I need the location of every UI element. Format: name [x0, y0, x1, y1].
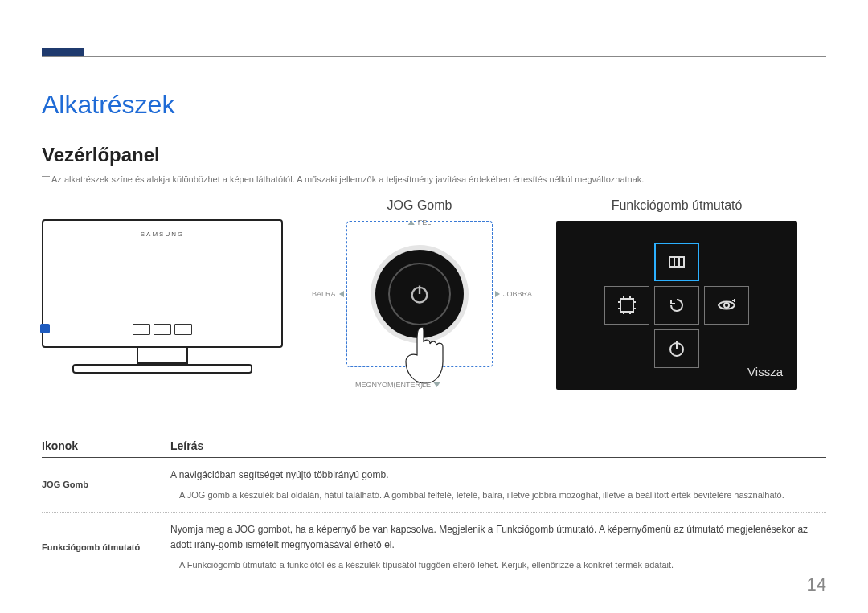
monitor-base	[72, 364, 252, 374]
row-name: Funkciógomb útmutató	[42, 542, 170, 552]
arrow-up-icon	[408, 220, 415, 225]
guide-power-icon	[654, 329, 699, 368]
jog-up-label: FEL	[408, 219, 432, 227]
guide-source-icon	[604, 286, 649, 325]
row-description: A navigációban segítséget nyújtó többirá…	[170, 468, 826, 502]
section-title: Alkatrészek	[42, 90, 826, 120]
svg-point-6	[724, 303, 729, 308]
guide-title: Funkciógomb útmutató	[612, 198, 743, 213]
guide-menu-icon	[654, 243, 699, 281]
jog-down-label: LE	[422, 381, 440, 389]
port-icon	[174, 324, 192, 335]
monitor-bezel: SAMSUNG	[42, 219, 283, 348]
row-desc-sub: ―A Funkciógomb útmutató a funkciótól és …	[170, 557, 826, 572]
guide-cell-empty	[704, 329, 749, 368]
header-accent-bar	[42, 48, 84, 56]
jog-dashed-frame: FEL BALRA JOBBRA MEGNYOM(ENTER) LE	[346, 221, 493, 367]
guide-cell-empty	[704, 243, 749, 281]
description-table: Ikonok Leírás JOG Gomb A navigációban se…	[42, 439, 826, 582]
monitor-figure: SAMSUNG	[42, 198, 283, 380]
power-icon	[408, 283, 431, 305]
guide-cell-empty	[604, 329, 649, 368]
jog-location-marker	[40, 324, 50, 333]
svg-rect-5	[620, 299, 633, 312]
guide-back-label: Vissza	[747, 365, 783, 378]
monitor-illustration: SAMSUNG	[42, 219, 283, 380]
subsection-title: Vezérlőpanel	[42, 144, 826, 166]
page-number: 14	[807, 574, 826, 595]
col-header-icons: Ikonok	[42, 439, 170, 452]
jog-figure: JOG Gomb FEL BALRA JOBBRA MEGNYOM(ENTER)	[307, 198, 532, 403]
guide-osd-panel: Vissza	[556, 221, 797, 390]
jog-left-label: BALRA	[312, 290, 344, 298]
function-guide-figure: Funkciógomb útmutató	[556, 198, 797, 390]
rear-ports	[43, 324, 281, 335]
guide-cell-empty	[604, 243, 649, 281]
row-name: JOG Gomb	[42, 480, 170, 489]
guide-eye-icon	[704, 286, 749, 325]
footnote-dash-icon: ―	[170, 558, 178, 566]
table-row: JOG Gomb A navigációban segítséget nyújt…	[42, 458, 826, 513]
disclaimer-note: ―Az alkatrészek színe és alakja különböz…	[42, 171, 826, 184]
arrow-down-icon	[434, 382, 440, 387]
manual-page: Alkatrészek Vezérlőpanel ―Az alkatrészek…	[0, 0, 868, 613]
row-description: Nyomja meg a JOG gombot, ha a képernyő b…	[170, 522, 826, 572]
row-desc-main: Nyomja meg a JOG gombot, ha a képernyő b…	[170, 522, 826, 552]
jog-wrapper: FEL BALRA JOBBRA MEGNYOM(ENTER) LE	[307, 221, 532, 403]
col-header-desc: Leírás	[170, 439, 203, 452]
table-header-row: Ikonok Leírás	[42, 439, 826, 458]
row-desc-sub: ―A JOG gomb a készülék bal oldalán, hátu…	[170, 487, 826, 502]
arrow-right-icon	[495, 291, 500, 297]
disclaimer-text: Az alkatrészek színe és alakja különbözh…	[51, 174, 644, 184]
jog-right-label: JOBBRA	[495, 290, 532, 298]
monitor-brand-label: SAMSUNG	[43, 231, 281, 238]
jog-title: JOG Gomb	[387, 198, 452, 213]
row-desc-main: A navigációban segítséget nyújtó többirá…	[170, 468, 826, 483]
footnote-dash-icon: ―	[42, 171, 50, 180]
port-icon	[133, 324, 150, 335]
guide-grid	[604, 243, 749, 368]
svg-rect-2	[669, 257, 684, 267]
guide-return-icon	[654, 286, 699, 325]
monitor-neck	[137, 346, 188, 364]
figure-row: SAMSUNG JOG Gomb	[42, 198, 826, 403]
header-rule	[42, 56, 826, 57]
jog-enter-label: MEGNYOM(ENTER)	[355, 381, 423, 389]
port-icon	[154, 324, 171, 335]
arrow-left-icon	[339, 291, 344, 297]
table-row: Funkciógomb útmutató Nyomja meg a JOG go…	[42, 513, 826, 582]
footnote-dash-icon: ―	[170, 488, 178, 496]
